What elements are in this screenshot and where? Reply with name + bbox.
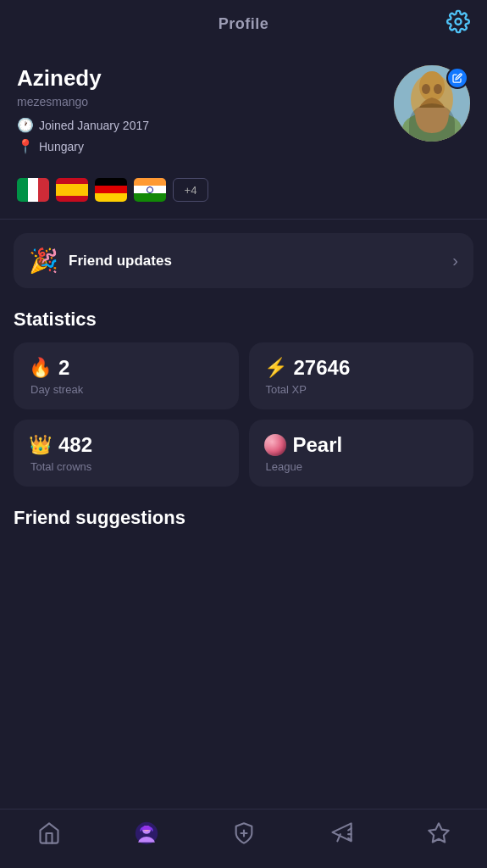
flag-german[interactable] — [95, 178, 127, 202]
friend-updates-label: Friend updates — [69, 253, 172, 270]
statistics-section: Statistics 🔥 2 Day streak ⚡ 27646 Total … — [0, 302, 487, 500]
megaphone-icon — [329, 821, 353, 851]
profile-name: Azinedy — [17, 65, 394, 92]
profile-joined: 🕐 Joined January 2017 — [17, 117, 394, 133]
stat-card-league: Pearl League — [249, 420, 474, 487]
stat-card-streak: 🔥 2 Day streak — [14, 342, 239, 409]
stats-grid: 🔥 2 Day streak ⚡ 27646 Total XP 👑 482 To… — [14, 342, 473, 487]
gem-icon — [427, 821, 451, 851]
profile-nav-icon — [135, 821, 158, 851]
more-flags-button[interactable]: +4 — [173, 178, 208, 202]
friend-suggestions-section: Friend suggestions — [0, 500, 487, 542]
friend-suggestions-title: Friend suggestions — [14, 507, 473, 529]
avatar-edit-button[interactable] — [446, 67, 468, 89]
profile-avatar-wrapper — [394, 65, 470, 142]
home-icon — [37, 821, 61, 851]
flag-italian[interactable] — [17, 178, 49, 202]
nav-item-leagues[interactable] — [224, 818, 264, 854]
svg-point-6 — [434, 84, 442, 94]
crowns-value: 482 — [58, 433, 92, 457]
league-label: League — [264, 460, 459, 473]
header: Profile — [0, 0, 487, 48]
streak-value: 2 — [58, 356, 69, 380]
pearl-icon — [264, 434, 286, 456]
profile-info: Azinedy mezesmango 🕐 Joined January 2017… — [17, 65, 394, 159]
profile-location: 📍 Hungary — [17, 138, 394, 154]
nav-item-quests[interactable] — [321, 818, 362, 854]
nav-item-shop[interactable] — [418, 818, 459, 854]
streak-label: Day streak — [29, 383, 224, 396]
shield-icon — [232, 821, 256, 851]
stat-card-xp: ⚡ 27646 Total XP — [249, 342, 474, 409]
crowns-emoji: 👑 — [29, 434, 52, 456]
flag-spanish[interactable] — [56, 178, 88, 202]
friend-updates-emoji: 🎉 — [29, 247, 58, 275]
clock-icon: 🕐 — [17, 117, 34, 133]
league-value: Pearl — [293, 433, 343, 457]
location-icon: 📍 — [17, 138, 34, 154]
crowns-label: Total crowns — [29, 460, 224, 473]
stat-card-crowns: 👑 482 Total crowns — [14, 420, 239, 487]
xp-label: Total XP — [264, 383, 459, 396]
bottom-nav — [0, 809, 487, 868]
page-title: Profile — [219, 15, 269, 33]
svg-point-2 — [402, 112, 462, 142]
flags-section: +4 — [0, 168, 487, 219]
flag-hindi[interactable] — [134, 178, 166, 202]
divider-1 — [0, 219, 487, 220]
statistics-title: Statistics — [14, 309, 473, 331]
svg-point-0 — [456, 19, 462, 25]
nav-item-home[interactable] — [29, 818, 69, 854]
svg-marker-15 — [429, 823, 448, 842]
nav-item-profile[interactable] — [126, 818, 167, 854]
settings-icon[interactable] — [446, 9, 470, 39]
profile-username: mezesmango — [17, 95, 394, 108]
friend-updates-card[interactable]: 🎉 Friend updates › — [14, 233, 473, 288]
chevron-right-icon: › — [452, 251, 458, 270]
xp-emoji: ⚡ — [264, 357, 287, 379]
profile-section: Azinedy mezesmango 🕐 Joined January 2017… — [0, 48, 487, 168]
streak-emoji: 🔥 — [29, 357, 52, 379]
svg-point-5 — [422, 84, 430, 94]
xp-value: 27646 — [294, 356, 351, 380]
